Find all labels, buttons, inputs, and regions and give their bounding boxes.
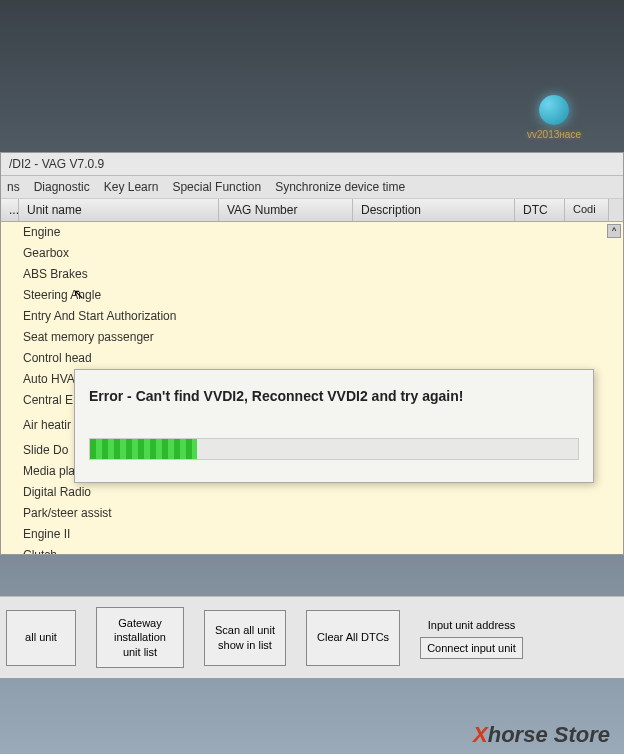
- menu-sync-time[interactable]: Synchronize device time: [275, 180, 405, 194]
- list-item[interactable]: Clutch: [1, 545, 623, 554]
- scan-all-button[interactable]: Scan all unit show in list: [204, 610, 286, 666]
- error-message: Error - Can't find VVDI2, Reconnect VVDI…: [89, 388, 579, 404]
- col-header-dtc[interactable]: DTC: [515, 199, 565, 221]
- progress-fill: [90, 439, 197, 459]
- col-header-index[interactable]: ...: [1, 199, 19, 221]
- col-header-vag[interactable]: VAG Number: [219, 199, 353, 221]
- input-unit-group: Input unit address Connect input unit: [420, 617, 523, 659]
- table-header-row: ... Unit name VAG Number Description DTC…: [1, 199, 623, 222]
- watermark: Xhorse Store: [473, 722, 610, 748]
- menu-special-function[interactable]: Special Function: [172, 180, 261, 194]
- wallpaper-flower-icon: [539, 95, 569, 125]
- wallpaper-decoration: vv2013насе: [524, 95, 584, 155]
- window-title: /DI2 - VAG V7.0.9: [9, 157, 104, 171]
- list-item[interactable]: Digital Radio: [1, 482, 623, 503]
- main-window: /DI2 - VAG V7.0.9 ns Diagnostic Key Lear…: [0, 152, 624, 555]
- list-item[interactable]: Entry And Start Authorization: [1, 306, 623, 327]
- col-header-description[interactable]: Description: [353, 199, 515, 221]
- gateway-list-button[interactable]: Gateway installation unit list: [96, 607, 184, 668]
- list-item[interactable]: Engine II: [1, 524, 623, 545]
- menu-key-learn[interactable]: Key Learn: [104, 180, 159, 194]
- wallpaper-label: vv2013насе: [527, 129, 581, 140]
- list-item[interactable]: Park/steer assist: [1, 503, 623, 524]
- scrollbar-up-button[interactable]: ^: [607, 224, 621, 238]
- clear-dtcs-button[interactable]: Clear All DTCs: [306, 610, 400, 666]
- window-titlebar: /DI2 - VAG V7.0.9: [1, 153, 623, 176]
- list-item[interactable]: Steering Angle: [1, 285, 623, 306]
- list-item[interactable]: Gearbox: [1, 243, 623, 264]
- progress-bar: [89, 438, 579, 460]
- connect-input-button[interactable]: Connect input unit: [420, 637, 523, 659]
- list-item[interactable]: Engine: [1, 222, 623, 243]
- watermark-text: horse Store: [488, 722, 610, 747]
- col-header-unitname[interactable]: Unit name: [19, 199, 219, 221]
- all-unit-button[interactable]: all unit: [6, 610, 76, 666]
- list-item[interactable]: Control head: [1, 348, 623, 369]
- input-unit-label: Input unit address: [420, 617, 523, 633]
- menu-diagnostic[interactable]: Diagnostic: [34, 180, 90, 194]
- list-item[interactable]: Seat memory passenger: [1, 327, 623, 348]
- bottom-toolbar: all unit Gateway installation unit list …: [0, 596, 624, 678]
- menubar: ns Diagnostic Key Learn Special Function…: [1, 176, 623, 199]
- col-header-codi[interactable]: Codi: [565, 199, 609, 221]
- error-dialog: Error - Can't find VVDI2, Reconnect VVDI…: [74, 369, 594, 483]
- watermark-x: X: [473, 722, 488, 747]
- list-item[interactable]: ABS Brakes: [1, 264, 623, 285]
- menu-options[interactable]: ns: [7, 180, 20, 194]
